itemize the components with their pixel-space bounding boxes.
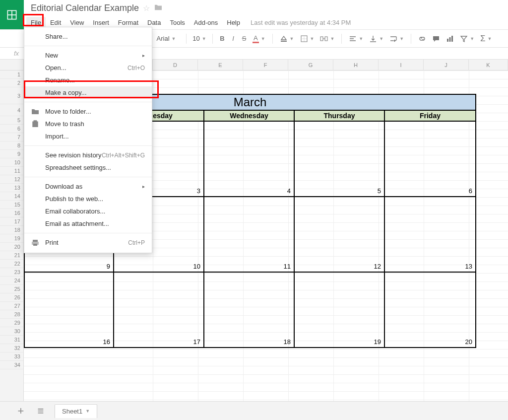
file-import[interactable]: Import... bbox=[24, 130, 152, 142]
file-revision-history[interactable]: See revision historyCtrl+Alt+Shift+G bbox=[24, 149, 152, 161]
file-rename[interactable]: Rename... bbox=[24, 74, 152, 86]
font-family-select[interactable]: Arial▼ bbox=[151, 33, 181, 44]
chevron-down-icon: ▼ bbox=[330, 36, 334, 41]
file-print[interactable]: PrintCtrl+P bbox=[24, 236, 152, 249]
borders-button[interactable]: ▼ bbox=[298, 33, 317, 44]
file-download-as[interactable]: Download as▸ bbox=[24, 180, 152, 193]
row-header-4[interactable]: 4 bbox=[0, 104, 23, 116]
folder-move-icon[interactable] bbox=[154, 4, 163, 12]
cal-cell-w3-c2: 17 bbox=[114, 273, 204, 348]
row-header-12[interactable]: 12 bbox=[0, 175, 23, 184]
trash-icon bbox=[31, 120, 39, 128]
column-header-k[interactable]: K bbox=[469, 60, 508, 70]
row-header-15[interactable]: 15 bbox=[0, 201, 23, 209]
fill-color-button[interactable]: ▼ bbox=[278, 33, 296, 44]
text-color-button[interactable]: A▼ bbox=[251, 33, 267, 44]
row-header-34[interactable]: 34 bbox=[0, 361, 23, 369]
italic-button[interactable]: I bbox=[229, 33, 238, 44]
file-share[interactable]: Share... bbox=[24, 30, 152, 43]
insert-chart-button[interactable] bbox=[444, 33, 456, 44]
row-header-7[interactable]: 7 bbox=[0, 133, 23, 141]
menu-addons[interactable]: Add-ons bbox=[190, 17, 222, 28]
menu-tools[interactable]: Tools bbox=[165, 17, 189, 28]
row-header-33[interactable]: 33 bbox=[0, 352, 23, 361]
file-email-collaborators[interactable]: Email collaborators... bbox=[24, 205, 152, 217]
row-header-19[interactable]: 19 bbox=[0, 234, 23, 243]
horizontal-align-button[interactable]: ▼ bbox=[347, 33, 365, 44]
file-email-as-attachment[interactable]: Email as attachment... bbox=[24, 217, 152, 230]
row-header-29[interactable]: 29 bbox=[0, 319, 23, 327]
row-header-31[interactable]: 31 bbox=[0, 336, 23, 344]
row-header-8[interactable]: 8 bbox=[0, 141, 23, 150]
file-spreadsheet-settings[interactable]: Spreadsheet settings... bbox=[24, 161, 152, 174]
row-header-2[interactable]: 2 bbox=[0, 79, 23, 87]
column-header-f[interactable]: F bbox=[243, 60, 288, 70]
chevron-down-icon: ▼ bbox=[85, 409, 90, 414]
row-header-5[interactable]: 5 bbox=[0, 116, 23, 125]
font-size-select[interactable]: 10▼ bbox=[191, 33, 207, 44]
row-header-32[interactable]: 32 bbox=[0, 344, 23, 352]
insert-link-button[interactable] bbox=[416, 33, 428, 44]
row-header-9[interactable]: 9 bbox=[0, 150, 23, 158]
bold-button[interactable]: B bbox=[218, 33, 227, 44]
row-header-16[interactable]: 16 bbox=[0, 209, 23, 217]
column-header-e[interactable]: E bbox=[198, 60, 243, 70]
row-header-28[interactable]: 28 bbox=[0, 310, 23, 319]
row-header-13[interactable]: 13 bbox=[0, 184, 23, 192]
functions-button[interactable]: Σ▼ bbox=[478, 33, 494, 44]
row-header-21[interactable]: 21 bbox=[0, 251, 23, 260]
row-header-18[interactable]: 18 bbox=[0, 226, 23, 234]
row-header-1[interactable]: 1 bbox=[0, 70, 23, 79]
row-header-11[interactable]: 11 bbox=[0, 167, 23, 175]
add-sheet-button[interactable]: + bbox=[15, 405, 27, 417]
vertical-align-button[interactable]: ▼ bbox=[367, 33, 385, 44]
strikethrough-button[interactable]: S bbox=[240, 33, 249, 44]
row-header-22[interactable]: 22 bbox=[0, 260, 23, 268]
file-publish-to-web[interactable]: Publish to the web... bbox=[24, 193, 152, 205]
menu-help[interactable]: Help bbox=[222, 17, 245, 28]
column-header-i[interactable]: I bbox=[379, 60, 424, 70]
cal-cell-w1-c4: 5 bbox=[295, 122, 385, 197]
cal-cell-w3-c5: 20 bbox=[385, 273, 476, 348]
select-all-corner[interactable] bbox=[0, 60, 24, 70]
insert-comment-button[interactable] bbox=[430, 33, 442, 44]
file-move-to-trash[interactable]: Move to trash bbox=[24, 118, 152, 130]
filter-button[interactable]: ▼ bbox=[458, 33, 476, 44]
row-header-14[interactable]: 14 bbox=[0, 192, 23, 201]
row-header-23[interactable]: 23 bbox=[0, 268, 23, 277]
row-header-20[interactable]: 20 bbox=[0, 243, 23, 251]
file-make-a-copy[interactable]: Make a copy... bbox=[24, 86, 152, 99]
row-header-27[interactable]: 27 bbox=[0, 302, 23, 310]
all-sheets-button[interactable]: ≡ bbox=[35, 405, 47, 417]
row-header-24[interactable]: 24 bbox=[0, 277, 23, 285]
file-move-to-folder[interactable]: Move to folder... bbox=[24, 105, 152, 118]
row-header-30[interactable]: 30 bbox=[0, 327, 23, 336]
toolbar-separator bbox=[272, 34, 273, 44]
file-open[interactable]: Open...Ctrl+O bbox=[24, 62, 152, 74]
cal-cell-w2-c4: 12 bbox=[295, 197, 385, 273]
column-header-d[interactable]: D bbox=[153, 60, 198, 70]
row-header-10[interactable]: 10 bbox=[0, 158, 23, 167]
column-header-h[interactable]: H bbox=[333, 60, 379, 70]
row-header-6[interactable]: 6 bbox=[0, 125, 23, 133]
last-edit-label[interactable]: Last edit was yesterday at 4:34 PM bbox=[251, 17, 351, 28]
text-wrap-button[interactable]: ▼ bbox=[387, 33, 406, 44]
folder-icon bbox=[31, 108, 39, 116]
doc-title[interactable]: Editorial Calendar Example bbox=[31, 3, 139, 13]
sheets-app-icon[interactable] bbox=[0, 0, 24, 30]
row-header-26[interactable]: 26 bbox=[0, 293, 23, 302]
column-header-j[interactable]: J bbox=[424, 60, 469, 70]
star-icon[interactable]: ☆ bbox=[143, 3, 150, 13]
row-header-3[interactable]: 3 bbox=[0, 87, 23, 104]
cal-cell-w1-c3: 4 bbox=[204, 122, 295, 197]
file-new[interactable]: New▸ bbox=[24, 49, 152, 62]
menu-separator bbox=[24, 145, 152, 146]
shortcut-label: Ctrl+P bbox=[128, 239, 145, 246]
row-header-17[interactable]: 17 bbox=[0, 217, 23, 226]
chevron-down-icon: ▼ bbox=[261, 36, 265, 41]
calendar-day-wednesday: Wednesday bbox=[204, 111, 295, 122]
column-header-g[interactable]: G bbox=[288, 60, 333, 70]
sheet-tab-sheet1[interactable]: Sheet1▼ bbox=[55, 404, 97, 418]
merge-cells-button[interactable]: ▼ bbox=[318, 33, 336, 44]
row-header-25[interactable]: 25 bbox=[0, 285, 23, 293]
